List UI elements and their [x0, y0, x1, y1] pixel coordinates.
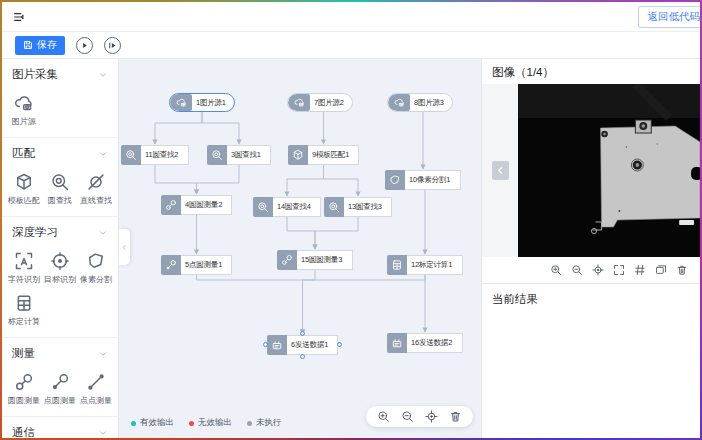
flow-node[interactable]: 15圆圆测量3 — [277, 250, 353, 270]
flow-node[interactable]: 6发送数据1 — [267, 335, 338, 355]
camera-cloud-icon — [288, 94, 310, 111]
back-to-lowcode-button[interactable]: 返回低代码 — [638, 6, 701, 28]
chevron-down-icon — [98, 149, 108, 159]
measure-pc-icon — [50, 372, 70, 392]
zoom-in-icon — [550, 264, 562, 276]
flow-node[interactable]: 5点圆测量1 — [161, 255, 232, 275]
measure-pp-icon — [86, 372, 106, 392]
flow-canvas[interactable]: 1图片源17图片源28图片源311圆查找23圆查找19模板匹配110像素分割14… — [119, 59, 481, 438]
flow-node[interactable]: 7图片源2 — [287, 93, 353, 112]
flow-node[interactable]: 14圆查找4 — [253, 197, 321, 217]
tool-item-label: 像素分割 — [80, 274, 112, 285]
vision-image-viewer[interactable] — [518, 84, 700, 257]
connection-handle[interactable] — [300, 354, 305, 359]
sidebar-section-header[interactable]: 深度学习 — [2, 224, 118, 247]
segment-icon — [86, 251, 106, 271]
sidebar-section-header[interactable]: 测量 — [2, 345, 118, 368]
locate-button[interactable] — [592, 264, 604, 276]
flow-node[interactable]: 8图片源3 — [387, 93, 453, 112]
connection-handle[interactable] — [337, 342, 342, 347]
node-label: 10像素分割1 — [405, 170, 461, 190]
sidebar-section-header[interactable]: 通信 — [2, 424, 118, 438]
trash-icon — [449, 410, 462, 423]
section-title: 图片采集 — [12, 67, 58, 82]
section-title: 测量 — [12, 346, 35, 361]
sidebar-section: 深度学习字符识别目标识别像素分割标定计算 — [2, 217, 118, 338]
app-window: 返回低代码 保存 图片采集图片源匹配模板匹配圆查找直线查找深度学习字符 — [0, 0, 702, 440]
locate-icon — [425, 410, 438, 423]
chevron-left-icon — [121, 244, 128, 251]
sidebar-section-header[interactable]: 图片采集 — [2, 66, 118, 89]
calc-icon — [387, 255, 407, 275]
zoom-in-button[interactable] — [550, 264, 562, 276]
flow-node[interactable]: 13圆查找3 — [324, 197, 392, 217]
save-button[interactable]: 保存 — [15, 36, 65, 55]
image-panel-title: 图像（1/4） — [482, 59, 700, 84]
compare-button[interactable] — [655, 264, 667, 276]
menu-icon[interactable] — [12, 10, 26, 24]
cube-icon — [288, 145, 308, 165]
ocr-icon — [14, 251, 34, 271]
compare-icon — [655, 264, 667, 276]
target-icon — [50, 251, 70, 271]
section-title: 深度学习 — [12, 225, 58, 240]
legend-item: 有效输出 — [131, 417, 174, 429]
flow-node[interactable]: 11圆查找2 — [121, 145, 189, 165]
node-label: 3圆查找1 — [227, 145, 271, 165]
chevron-down-icon — [98, 228, 108, 238]
flow-node[interactable]: 10像素分割1 — [385, 170, 461, 190]
run-once-button[interactable] — [104, 37, 121, 54]
trash-button[interactable] — [449, 410, 462, 423]
connection-handle[interactable] — [300, 331, 305, 336]
play-circle-icon — [79, 40, 90, 51]
trash-icon — [676, 264, 688, 276]
sidebar-section: 测量圆圆测量点圆测量点点测量 — [2, 338, 118, 417]
flow-node[interactable]: 16发送数据2 — [387, 333, 463, 353]
trash-button[interactable] — [676, 264, 688, 276]
node-label: 9模板匹配1 — [308, 145, 359, 165]
tool-item[interactable]: 模板匹配 — [6, 172, 42, 207]
section-title: 匹配 — [12, 146, 35, 161]
save-label: 保存 — [37, 38, 57, 52]
zoom-out-button[interactable] — [571, 264, 583, 276]
tool-item[interactable]: 直线查找 — [78, 172, 114, 207]
flow-node[interactable]: 3圆查找1 — [207, 145, 271, 165]
locate-button[interactable] — [425, 410, 438, 423]
grid-button[interactable] — [634, 264, 646, 276]
run-button[interactable] — [76, 37, 93, 54]
measure-cc-icon — [161, 195, 181, 215]
section-title: 通信 — [12, 425, 35, 438]
tool-item[interactable]: 点圆测量 — [42, 372, 78, 407]
flow-node[interactable]: 1图片源1 — [169, 93, 235, 112]
tool-item[interactable]: 目标识别 — [42, 251, 78, 286]
tool-item[interactable]: 图片源 — [6, 93, 42, 128]
locate-icon — [592, 264, 604, 276]
zoom-in-button[interactable] — [377, 410, 390, 423]
connection-handle[interactable] — [263, 342, 268, 347]
flow-node[interactable]: 9模板匹配1 — [288, 145, 359, 165]
flow-node[interactable]: 4圆圆测量2 — [161, 195, 232, 215]
previous-image-button[interactable] — [492, 161, 509, 180]
flow-edges — [119, 59, 481, 438]
tool-item-label: 直线查找 — [80, 195, 112, 206]
legend-label: 有效输出 — [140, 417, 174, 429]
tool-item-label: 图片源 — [12, 116, 36, 127]
node-label: 7图片源2 — [310, 98, 349, 108]
chevron-down-icon — [98, 70, 108, 80]
sidebar-collapse-handle[interactable] — [119, 229, 130, 265]
tool-item[interactable]: 字符识别 — [6, 251, 42, 286]
tool-item[interactable]: 像素分割 — [78, 251, 114, 286]
legend-dot — [131, 421, 136, 426]
flow-node[interactable]: 12标定计算1 — [387, 255, 463, 275]
tool-item[interactable]: 圆圆测量 — [6, 372, 42, 407]
sidebar-section: 匹配模板匹配圆查找直线查找 — [2, 138, 118, 217]
tool-item[interactable]: 圆查找 — [42, 172, 78, 207]
play-step-icon — [107, 40, 118, 51]
tool-item[interactable]: 标定计算 — [6, 293, 42, 328]
fullscreen-button[interactable] — [613, 264, 625, 276]
zoom-out-button[interactable] — [401, 410, 414, 423]
sidebar-section-header[interactable]: 匹配 — [2, 145, 118, 168]
tool-item[interactable]: 点点测量 — [78, 372, 114, 407]
node-label: 1图片源1 — [192, 98, 231, 108]
send-icon — [387, 333, 407, 353]
